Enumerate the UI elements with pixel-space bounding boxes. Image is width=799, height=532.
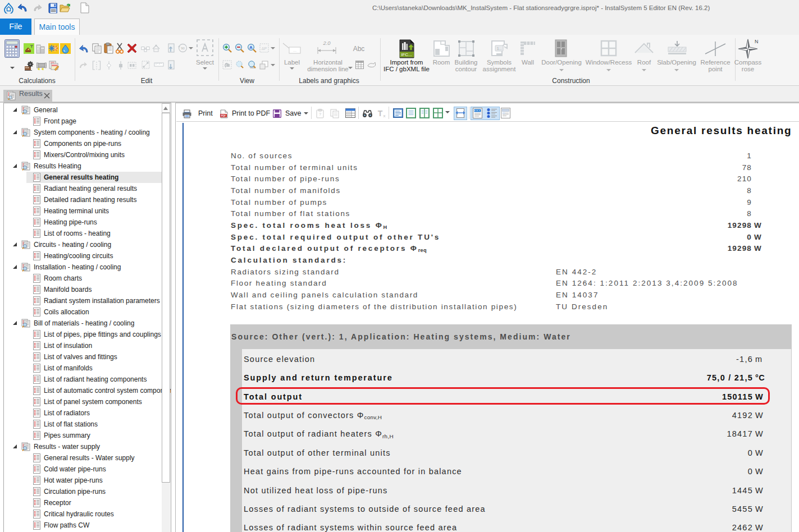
svg-text:N: N (755, 39, 759, 44)
svg-text:IFC...: IFC... (401, 52, 412, 57)
svg-text:1..: 1.. (497, 46, 502, 51)
svg-text:?: ? (319, 112, 322, 117)
svg-text:PDF: PDF (221, 114, 226, 117)
svg-text:2.0: 2.0 (322, 40, 331, 46)
svg-text:T: T (378, 109, 383, 118)
svg-text:x: x (383, 113, 386, 118)
svg-text:ΔP: ΔP (262, 47, 267, 51)
svg-text:Abc: Abc (353, 45, 365, 53)
svg-text:90: 90 (181, 47, 185, 50)
svg-text:...: ... (293, 48, 296, 52)
svg-text:A: A (249, 45, 253, 50)
